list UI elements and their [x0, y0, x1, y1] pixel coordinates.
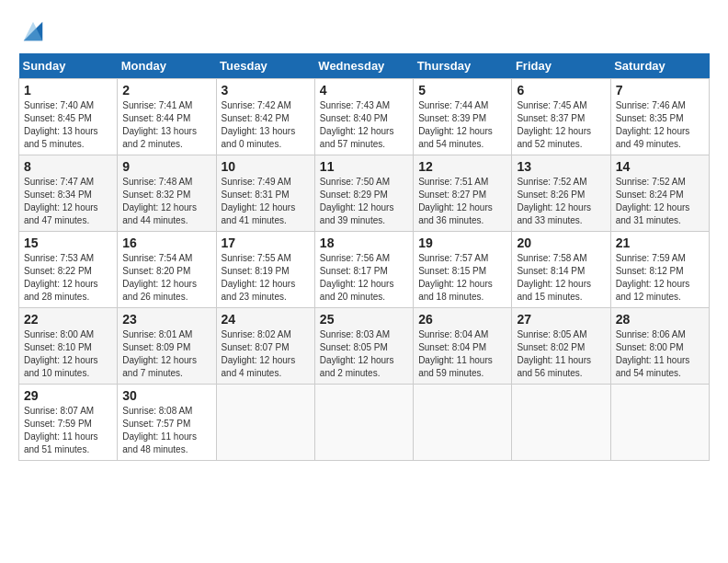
day-info: Sunrise: 7:46 AM Sunset: 8:35 PM Dayligh… [616, 99, 704, 151]
calendar-cell: 18Sunrise: 7:56 AM Sunset: 8:17 PM Dayli… [314, 232, 413, 308]
calendar-cell: 22Sunrise: 8:00 AM Sunset: 8:10 PM Dayli… [19, 308, 118, 385]
day-info: Sunrise: 7:49 AM Sunset: 8:31 PM Dayligh… [222, 176, 310, 227]
calendar-week-5: 29Sunrise: 8:07 AM Sunset: 7:59 PM Dayli… [19, 385, 710, 461]
day-number: 1 [24, 83, 112, 98]
calendar-cell: 9Sunrise: 7:48 AM Sunset: 8:32 PM Daylig… [118, 155, 216, 232]
day-number: 6 [517, 83, 605, 98]
day-info: Sunrise: 7:53 AM Sunset: 8:22 PM Dayligh… [24, 252, 112, 304]
day-info: Sunrise: 8:07 AM Sunset: 7:59 PM Dayligh… [24, 405, 112, 456]
calendar-cell [216, 385, 314, 461]
day-number: 16 [122, 236, 210, 250]
day-info: Sunrise: 7:54 AM Sunset: 8:20 PM Dayligh… [122, 252, 210, 304]
calendar-cell: 30Sunrise: 8:08 AM Sunset: 7:57 PM Dayli… [118, 385, 216, 461]
day-info: Sunrise: 8:03 AM Sunset: 8:05 PM Dayligh… [320, 328, 408, 380]
day-info: Sunrise: 7:56 AM Sunset: 8:17 PM Dayligh… [320, 252, 408, 304]
day-number: 9 [122, 159, 210, 174]
day-info: Sunrise: 7:55 AM Sunset: 8:19 PM Dayligh… [222, 252, 310, 304]
logo [18, 18, 46, 44]
day-number: 18 [320, 236, 408, 250]
day-info: Sunrise: 8:05 AM Sunset: 8:02 PM Dayligh… [517, 328, 605, 380]
calendar-cell [512, 385, 610, 461]
day-number: 12 [418, 159, 506, 174]
calendar-cell [314, 385, 413, 461]
calendar-cell: 23Sunrise: 8:01 AM Sunset: 8:09 PM Dayli… [118, 308, 216, 385]
day-info: Sunrise: 7:44 AM Sunset: 8:39 PM Dayligh… [418, 99, 506, 151]
calendar-header-row: SundayMondayTuesdayWednesdayThursdayFrid… [19, 53, 710, 79]
day-number: 3 [222, 83, 310, 98]
day-info: Sunrise: 7:41 AM Sunset: 8:44 PM Dayligh… [122, 99, 210, 151]
day-info: Sunrise: 7:40 AM Sunset: 8:45 PM Dayligh… [24, 99, 112, 151]
day-number: 30 [122, 388, 210, 403]
calendar-cell: 19Sunrise: 7:57 AM Sunset: 8:15 PM Dayli… [414, 232, 512, 308]
weekday-header-sunday: Sunday [19, 53, 118, 79]
calendar-cell: 11Sunrise: 7:50 AM Sunset: 8:29 PM Dayli… [314, 155, 413, 232]
weekday-header-saturday: Saturday [610, 53, 709, 79]
calendar-cell: 7Sunrise: 7:46 AM Sunset: 8:35 PM Daylig… [610, 79, 709, 155]
day-number: 15 [24, 236, 112, 250]
calendar-cell [610, 385, 709, 461]
day-info: Sunrise: 7:51 AM Sunset: 8:27 PM Dayligh… [418, 176, 506, 227]
day-info: Sunrise: 8:08 AM Sunset: 7:57 PM Dayligh… [122, 405, 210, 456]
weekday-header-tuesday: Tuesday [216, 53, 314, 79]
calendar-cell: 13Sunrise: 7:52 AM Sunset: 8:26 PM Dayli… [512, 155, 610, 232]
day-info: Sunrise: 8:04 AM Sunset: 8:04 PM Dayligh… [418, 328, 506, 380]
day-number: 19 [418, 236, 506, 250]
day-number: 22 [24, 312, 112, 327]
calendar-cell: 4Sunrise: 7:43 AM Sunset: 8:40 PM Daylig… [314, 79, 413, 155]
day-info: Sunrise: 7:42 AM Sunset: 8:42 PM Dayligh… [222, 99, 310, 151]
calendar-cell: 17Sunrise: 7:55 AM Sunset: 8:19 PM Dayli… [216, 232, 314, 308]
day-number: 10 [222, 159, 310, 174]
day-number: 14 [616, 159, 704, 174]
day-info: Sunrise: 7:57 AM Sunset: 8:15 PM Dayligh… [418, 252, 506, 304]
calendar-cell: 25Sunrise: 8:03 AM Sunset: 8:05 PM Dayli… [314, 308, 413, 385]
day-number: 20 [517, 236, 605, 250]
calendar-cell: 1Sunrise: 7:40 AM Sunset: 8:45 PM Daylig… [19, 79, 118, 155]
weekday-header-friday: Friday [512, 53, 610, 79]
calendar-week-1: 1Sunrise: 7:40 AM Sunset: 8:45 PM Daylig… [19, 79, 710, 155]
day-number: 7 [616, 83, 704, 98]
day-number: 5 [418, 83, 506, 98]
calendar-week-2: 8Sunrise: 7:47 AM Sunset: 8:34 PM Daylig… [19, 155, 710, 232]
weekday-header-monday: Monday [118, 53, 216, 79]
calendar-cell: 5Sunrise: 7:44 AM Sunset: 8:39 PM Daylig… [414, 79, 512, 155]
calendar-cell: 14Sunrise: 7:52 AM Sunset: 8:24 PM Dayli… [610, 155, 709, 232]
day-number: 23 [122, 312, 210, 327]
calendar-cell: 24Sunrise: 8:02 AM Sunset: 8:07 PM Dayli… [216, 308, 314, 385]
day-info: Sunrise: 7:59 AM Sunset: 8:12 PM Dayligh… [616, 252, 704, 304]
calendar-cell: 28Sunrise: 8:06 AM Sunset: 8:00 PM Dayli… [610, 308, 709, 385]
calendar-cell: 16Sunrise: 7:54 AM Sunset: 8:20 PM Dayli… [118, 232, 216, 308]
day-number: 4 [320, 83, 408, 98]
calendar-cell: 26Sunrise: 8:04 AM Sunset: 8:04 PM Dayli… [414, 308, 512, 385]
calendar-cell: 3Sunrise: 7:42 AM Sunset: 8:42 PM Daylig… [216, 79, 314, 155]
calendar-cell [414, 385, 512, 461]
calendar-cell: 15Sunrise: 7:53 AM Sunset: 8:22 PM Dayli… [19, 232, 118, 308]
day-number: 17 [222, 236, 310, 250]
day-info: Sunrise: 8:01 AM Sunset: 8:09 PM Dayligh… [122, 328, 210, 380]
calendar-cell: 10Sunrise: 7:49 AM Sunset: 8:31 PM Dayli… [216, 155, 314, 232]
day-info: Sunrise: 7:48 AM Sunset: 8:32 PM Dayligh… [122, 176, 210, 227]
calendar-cell: 8Sunrise: 7:47 AM Sunset: 8:34 PM Daylig… [19, 155, 118, 232]
calendar-table: SundayMondayTuesdayWednesdayThursdayFrid… [18, 53, 710, 461]
day-info: Sunrise: 7:45 AM Sunset: 8:37 PM Dayligh… [517, 99, 605, 151]
page-header [18, 18, 710, 44]
day-number: 11 [320, 159, 408, 174]
calendar-cell: 20Sunrise: 7:58 AM Sunset: 8:14 PM Dayli… [512, 232, 610, 308]
calendar-cell: 29Sunrise: 8:07 AM Sunset: 7:59 PM Dayli… [19, 385, 118, 461]
calendar-cell: 27Sunrise: 8:05 AM Sunset: 8:02 PM Dayli… [512, 308, 610, 385]
day-info: Sunrise: 7:50 AM Sunset: 8:29 PM Dayligh… [320, 176, 408, 227]
day-info: Sunrise: 8:00 AM Sunset: 8:10 PM Dayligh… [24, 328, 112, 380]
calendar-body: 1Sunrise: 7:40 AM Sunset: 8:45 PM Daylig… [19, 79, 710, 461]
day-number: 2 [122, 83, 210, 98]
calendar-cell: 2Sunrise: 7:41 AM Sunset: 8:44 PM Daylig… [118, 79, 216, 155]
calendar-week-3: 15Sunrise: 7:53 AM Sunset: 8:22 PM Dayli… [19, 232, 710, 308]
day-number: 29 [24, 388, 112, 403]
day-number: 26 [418, 312, 506, 327]
day-info: Sunrise: 8:06 AM Sunset: 8:00 PM Dayligh… [616, 328, 704, 380]
day-number: 8 [24, 159, 112, 174]
day-info: Sunrise: 7:58 AM Sunset: 8:14 PM Dayligh… [517, 252, 605, 304]
calendar-cell: 21Sunrise: 7:59 AM Sunset: 8:12 PM Dayli… [610, 232, 709, 308]
calendar-cell: 12Sunrise: 7:51 AM Sunset: 8:27 PM Dayli… [414, 155, 512, 232]
day-info: Sunrise: 7:43 AM Sunset: 8:40 PM Dayligh… [320, 99, 408, 151]
day-number: 13 [517, 159, 605, 174]
weekday-header-thursday: Thursday [414, 53, 512, 79]
